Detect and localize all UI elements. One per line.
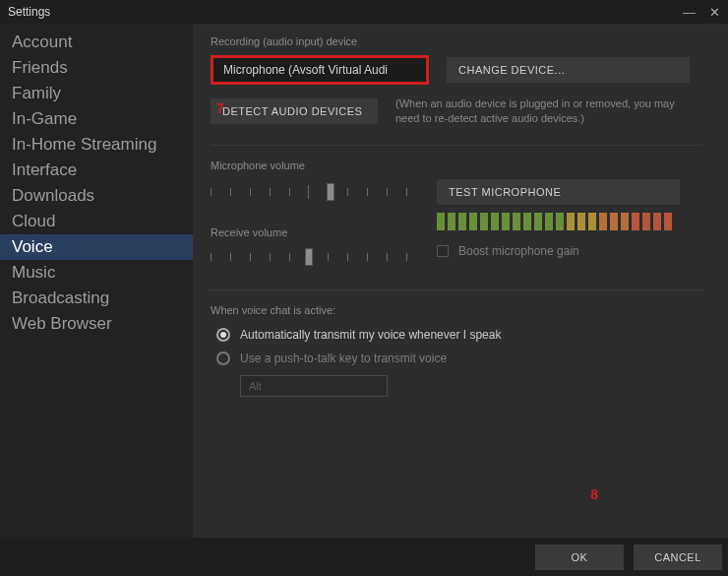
cancel-button[interactable]: CANCEL	[634, 544, 722, 570]
test-microphone-button[interactable]: TEST MICROPHONE	[437, 179, 680, 205]
sidebar-item-broadcasting[interactable]: Broadcasting	[0, 286, 193, 311]
window-title: Settings	[8, 5, 683, 19]
ptt-hotkey-field[interactable]: Alt	[240, 375, 388, 397]
ok-button[interactable]: OK	[535, 544, 624, 570]
voice-chat-section-label: When voice chat is active:	[211, 304, 702, 316]
sidebar-item-interface[interactable]: Interface	[0, 158, 193, 183]
settings-sidebar: Account Friends Family In-Game In-Home S…	[0, 24, 193, 538]
dialog-footer: OK CANCEL	[0, 539, 728, 576]
sidebar-item-in-home-streaming[interactable]: In-Home Streaming	[0, 132, 193, 158]
boost-gain-checkbox[interactable]	[437, 245, 449, 257]
sidebar-item-music[interactable]: Music	[0, 260, 193, 286]
sidebar-item-friends[interactable]: Friends	[0, 55, 193, 81]
sidebar-item-in-game[interactable]: In-Game	[0, 106, 193, 132]
radio-push-to-talk[interactable]	[216, 352, 230, 365]
divider	[211, 145, 702, 146]
mic-volume-slider[interactable]	[211, 181, 407, 203]
mic-volume-label: Microphone volume	[211, 160, 702, 171]
radio-auto-transmit-label: Automatically transmit my voice whenever…	[240, 328, 501, 342]
sidebar-item-account[interactable]: Account	[0, 30, 193, 55]
annotation-7: 7	[216, 100, 224, 116]
boost-gain-label: Boost microphone gain	[458, 244, 579, 258]
voice-settings-panel: Recording (audio input) device Microphon…	[193, 24, 728, 538]
radio-push-to-talk-label: Use a push-to-talk key to transmit voice	[240, 352, 447, 365]
annotation-8: 8	[590, 486, 598, 502]
radio-auto-transmit[interactable]	[216, 328, 230, 342]
change-device-button[interactable]: CHANGE DEVICE...	[447, 57, 690, 83]
close-icon[interactable]: ✕	[709, 5, 720, 20]
titlebar: Settings — ✕	[0, 0, 728, 24]
receive-volume-slider[interactable]	[211, 246, 407, 268]
minimize-icon[interactable]: —	[683, 5, 696, 20]
detect-hint-text: (When an audio device is plugged in or r…	[395, 96, 691, 127]
window-controls: — ✕	[683, 5, 720, 20]
detect-audio-devices-button[interactable]: DETECT AUDIO DEVICES	[211, 98, 378, 124]
sidebar-item-web-browser[interactable]: Web Browser	[0, 311, 193, 337]
mic-level-meter	[437, 213, 680, 230]
sidebar-item-family[interactable]: Family	[0, 81, 193, 106]
sidebar-item-cloud[interactable]: Cloud	[0, 209, 193, 234]
divider	[211, 289, 702, 290]
main-area: Account Friends Family In-Game In-Home S…	[0, 24, 728, 538]
sidebar-item-downloads[interactable]: Downloads	[0, 183, 193, 209]
recording-device-label: Recording (audio input) device	[211, 35, 702, 47]
recording-device-field[interactable]: Microphone (Avsoft Virtual Audi	[211, 55, 429, 85]
sidebar-item-voice[interactable]: Voice	[0, 234, 193, 260]
